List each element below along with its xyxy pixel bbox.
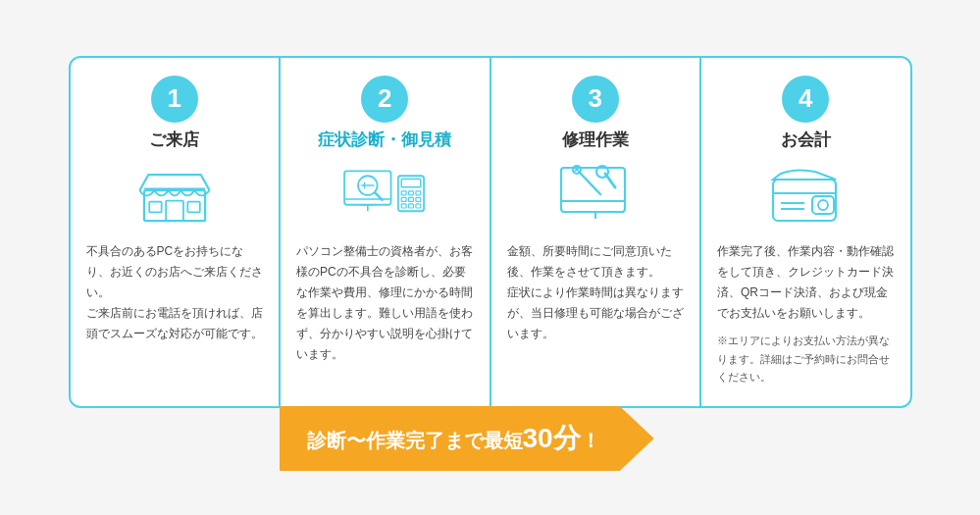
svg-rect-21	[401, 204, 406, 208]
banner: 診断〜作業完了まで最短30分！	[280, 406, 654, 471]
step-4-note: ※エリアによりお支払い方法が異なります。詳細はご予約時にお問合せください。	[717, 332, 895, 386]
step-4-title: お会計	[781, 129, 831, 151]
svg-rect-19	[409, 198, 414, 202]
step-1-title: ご来店	[149, 129, 199, 151]
banner-text-before: 診断〜作業完了まで最短	[307, 430, 523, 451]
svg-rect-2	[149, 202, 161, 213]
svg-rect-23	[416, 204, 421, 208]
banner-highlight: 30分	[523, 423, 581, 453]
step-1-text: 不具合のあるPCをお持ちになり、お近くのお店へご来店ください。ご来店前にお電話を…	[86, 241, 264, 344]
svg-rect-1	[166, 201, 183, 221]
step-4-number: 4	[782, 76, 829, 123]
step-3: 3 修理作業	[491, 58, 702, 406]
svg-rect-16	[409, 191, 414, 195]
step-4-text: 作業完了後、作業内容・動作確認をして頂き、クレジットカード決済、QRコード決済、…	[717, 241, 895, 324]
step-2-title: 症状診断・御見積	[318, 129, 451, 151]
step-3-text: 金額、所要時間にご同意頂いた後、作業をさせて頂きます。症状により作業時間は異なり…	[507, 241, 685, 344]
banner-text-after: ！	[581, 430, 600, 451]
svg-rect-24	[561, 168, 625, 212]
svg-point-35	[818, 200, 828, 210]
step-4: 4 お会計 作業完了後、作業内容・動作確認をして頂き、クレジ	[701, 58, 910, 406]
step-2-text: パソコン整備士の資格者が、お客様のPCの不具合を診断し、必要な作業や費用、修理に…	[296, 241, 474, 365]
step-3-icon	[551, 161, 640, 230]
step-1-number: 1	[151, 76, 198, 123]
svg-rect-34	[812, 196, 834, 214]
step-3-number: 3	[572, 76, 619, 123]
svg-rect-14	[401, 180, 421, 187]
svg-rect-20	[416, 198, 421, 202]
step-2-icon	[340, 161, 429, 230]
step-2: 2 症状診断・御見積	[281, 58, 491, 406]
step-1-icon	[130, 161, 219, 230]
step-3-title: 修理作業	[562, 129, 629, 151]
svg-rect-15	[401, 191, 406, 195]
step-4-icon	[761, 161, 850, 230]
svg-rect-3	[187, 202, 199, 213]
svg-rect-18	[401, 198, 406, 202]
steps-row: 1 ご来店 不具合のあるPCをお持ちになり、お近くのお店へご来店ください。ご来店…	[69, 56, 912, 408]
step-1: 1 ご来店 不具合のあるPCをお持ちになり、お近くのお店へご来店ください。ご来店…	[71, 58, 282, 406]
main-container: 1 ご来店 不具合のあるPCをお持ちになり、お近くのお店へご来店ください。ご来店…	[69, 56, 912, 459]
step-2-number: 2	[361, 76, 408, 123]
svg-rect-17	[416, 191, 421, 195]
svg-rect-22	[409, 204, 414, 208]
